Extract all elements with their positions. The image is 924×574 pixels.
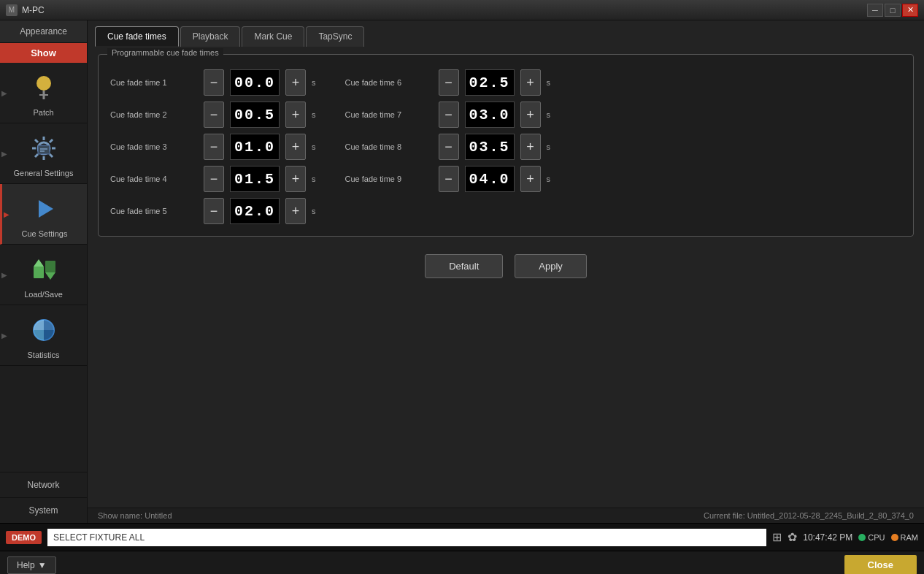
bottom-right: ⊞ ✿ 10:47:42 PM CPU RAM — [772, 530, 918, 544]
demo-badge: DEMO — [6, 531, 42, 544]
svg-line-11 — [50, 139, 53, 142]
fade-plus-9[interactable]: + — [520, 166, 541, 192]
sidebar-item-statistics[interactable]: ▶ Statistics — [0, 305, 87, 366]
window-controls[interactable]: ─ □ ✕ — [867, 4, 918, 17]
fade-display-3: 01.0 — [230, 134, 280, 160]
ram-dot — [891, 534, 898, 541]
sidebar-item-load-save[interactable]: ▶ Load/Save — [0, 245, 87, 305]
general-settings-icon — [28, 132, 60, 164]
svg-marker-18 — [34, 259, 44, 267]
fade-minus-3[interactable]: − — [204, 134, 224, 160]
fade-row-3: Cue fade time 3 − 01.0 + s — [110, 134, 316, 160]
status-bar: Show name: Untitled Current file: Untitl… — [88, 508, 924, 523]
sidebar-label-general-settings: General Settings — [14, 169, 74, 177]
fade-row-9: Cue fade time 9 − 04.0 + s — [345, 166, 551, 192]
current-file: Current file: Untitled_2012-05-28_2245_B… — [704, 511, 914, 520]
fade-minus-6[interactable]: − — [439, 69, 459, 96]
minimize-button[interactable]: ─ — [867, 4, 883, 17]
maximize-button[interactable]: □ — [885, 4, 901, 17]
sidebar-item-patch[interactable]: ▶ Patch — [0, 63, 87, 123]
sidebar-label-cue-settings: Cue Settings — [22, 229, 68, 238]
sidebar-item-appearance[interactable]: Appearance — [0, 20, 87, 43]
fade-label-5: Cue fade time 5 — [110, 207, 198, 215]
help-label: Help — [17, 560, 35, 570]
fade-row-6: Cue fade time 6 − 02.5 + s — [345, 69, 551, 96]
fade-label-6: Cue fade time 6 — [345, 78, 433, 87]
svg-line-12 — [35, 154, 38, 157]
title-bar-left: M M-PC — [6, 4, 45, 16]
settings-icon[interactable]: ✿ — [788, 530, 797, 544]
sidebar-show-button[interactable]: Show — [0, 43, 87, 63]
content-area: Cue fade times Playback Mark Cue TapSync… — [88, 20, 924, 523]
grid-icon[interactable]: ⊞ — [772, 530, 782, 544]
fade-minus-7[interactable]: − — [439, 102, 459, 128]
svg-rect-17 — [34, 267, 44, 278]
apply-button[interactable]: Apply — [515, 254, 587, 278]
sidebar-label-statistics: Statistics — [27, 351, 59, 359]
fade-minus-4[interactable]: − — [204, 166, 224, 192]
tab-cue-fade-times[interactable]: Cue fade times — [95, 26, 179, 47]
fade-plus-7[interactable]: + — [520, 102, 541, 128]
svg-rect-19 — [45, 261, 55, 272]
fade-minus-2[interactable]: − — [204, 102, 224, 128]
fade-label-4: Cue fade time 4 — [110, 175, 198, 183]
cpu-indicator: CPU — [858, 533, 885, 542]
fade-display-6: 02.5 — [465, 69, 515, 96]
fade-minus-5[interactable]: − — [204, 198, 224, 224]
tab-mark-cue[interactable]: Mark Cue — [242, 26, 304, 47]
taskbar-bottom: Help ▼ Close — [0, 551, 924, 574]
fade-minus-8[interactable]: − — [439, 134, 459, 160]
svg-line-10 — [50, 154, 53, 157]
svg-point-0 — [36, 76, 51, 91]
fade-label-7: Cue fade time 7 — [345, 110, 433, 119]
fade-label-9: Cue fade time 9 — [345, 175, 433, 183]
fade-minus-1[interactable]: − — [204, 69, 224, 96]
fade-plus-1[interactable]: + — [285, 69, 306, 96]
fade-row-1: Cue fade time 1 − 00.0 + s — [110, 69, 316, 96]
sidebar-item-system[interactable]: System — [0, 497, 87, 523]
app-title: M-PC — [22, 5, 45, 15]
ram-indicator: RAM — [891, 533, 918, 542]
fade-row-5: Cue fade time 5 − 02.0 + s — [110, 198, 316, 224]
sidebar-item-general-settings[interactable]: ▶ — [0, 123, 87, 184]
panel: Programmable cue fade times Cue fade tim… — [88, 47, 924, 508]
fade-row-4: Cue fade time 4 − 01.5 + s — [110, 166, 316, 192]
main-layout: Appearance Show ▶ Patch ▶ — [0, 20, 924, 523]
sidebar-item-cue-settings[interactable]: ▶ Cue Settings — [0, 184, 87, 245]
time-display: 10:47:42 PM — [803, 532, 852, 543]
tab-bar: Cue fade times Playback Mark Cue TapSync — [88, 20, 924, 47]
fade-col-right: Cue fade time 6 − 02.5 + s Cue fade time… — [345, 69, 551, 224]
sidebar-arrow-general: ▶ — [1, 150, 7, 158]
fade-plus-3[interactable]: + — [285, 134, 306, 160]
fade-plus-6[interactable]: + — [520, 69, 541, 96]
tab-playback[interactable]: Playback — [180, 26, 241, 47]
fade-row-7: Cue fade time 7 − 03.0 + s — [345, 102, 551, 128]
fade-plus-2[interactable]: + — [285, 102, 306, 128]
close-button[interactable]: Close — [844, 555, 917, 574]
sidebar-arrow-patch: ▶ — [1, 89, 7, 97]
sidebar-bottom: Network System — [0, 472, 87, 523]
app-icon: M — [6, 4, 18, 16]
cue-settings-icon-wrap — [27, 191, 62, 226]
fade-display-1: 00.0 — [230, 69, 280, 96]
fade-label-8: Cue fade time 8 — [345, 142, 433, 151]
load-save-icon — [28, 253, 60, 286]
tab-tapsync[interactable]: TapSync — [306, 26, 364, 47]
close-window-button[interactable]: ✕ — [902, 4, 918, 17]
fade-plus-8[interactable]: + — [520, 134, 541, 160]
sidebar-item-network[interactable]: Network — [0, 472, 87, 497]
statistics-icon — [28, 314, 60, 346]
fade-display-7: 03.0 — [465, 102, 515, 128]
fade-row-8: Cue fade time 8 − 03.5 + s — [345, 134, 551, 160]
fade-minus-9[interactable]: − — [439, 166, 459, 192]
action-buttons: Default Apply — [98, 254, 914, 278]
fade-unit-2: s — [312, 110, 316, 119]
fade-unit-7: s — [547, 110, 551, 119]
help-button[interactable]: Help ▼ — [7, 556, 56, 574]
show-name: Show name: Untitled — [98, 511, 172, 520]
fade-plus-5[interactable]: + — [285, 198, 306, 224]
statistics-icon-wrap — [26, 313, 61, 348]
default-button[interactable]: Default — [425, 254, 503, 278]
fade-unit-3: s — [312, 142, 316, 151]
fade-plus-4[interactable]: + — [285, 166, 306, 192]
